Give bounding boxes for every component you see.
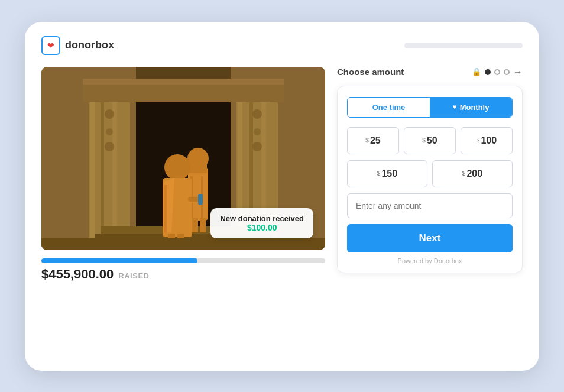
amount-50-button[interactable]: $ 50 [404, 127, 456, 154]
custom-amount-input[interactable] [347, 193, 513, 218]
svg-point-24 [164, 154, 190, 180]
dollar-sign-2: $ [422, 137, 426, 144]
next-button[interactable]: Next [347, 224, 513, 252]
monthly-label: Monthly [460, 103, 490, 112]
arrow-icon: → [513, 67, 523, 77]
amount-grid: $ 25 $ 50 $ 100 [347, 127, 513, 154]
amount-150-button[interactable]: $ 150 [347, 160, 427, 187]
amount-row2: $ 150 $ 200 [347, 160, 513, 187]
step-dot-1 [485, 69, 491, 75]
one-time-button[interactable]: One time [348, 98, 430, 117]
svg-rect-27 [164, 185, 167, 232]
right-side: Choose amount 🔒 → One time ♥ Monthly [337, 67, 523, 273]
dollar-sign-4: $ [377, 170, 381, 177]
left-side: New donation received $100.00 $455,900.0… [41, 67, 325, 282]
donation-card: One time ♥ Monthly $ 25 $ 50 [337, 86, 523, 273]
widget-header: Choose amount 🔒 → [337, 67, 523, 77]
amount-25-value: 25 [370, 135, 381, 146]
svg-point-37 [254, 128, 261, 135]
progress-bar-fill [41, 258, 197, 263]
lock-icon: 🔒 [472, 67, 481, 76]
device-frame: ❤ donorbox [25, 22, 539, 371]
svg-point-34 [106, 128, 113, 135]
svg-rect-23 [200, 218, 206, 232]
progress-section: $455,900.00 RAISED [41, 258, 325, 282]
choose-amount-label: Choose amount [337, 67, 404, 77]
widget-steps: 🔒 → [472, 67, 523, 77]
amount-150-value: 150 [381, 169, 397, 179]
svg-rect-22 [192, 218, 198, 232]
heart-icon: ♥ [453, 103, 457, 111]
svg-rect-5 [101, 80, 104, 245]
dollar-sign-3: $ [477, 137, 480, 144]
svg-rect-19 [189, 164, 207, 173]
svg-rect-12 [83, 79, 284, 85]
svg-point-35 [105, 142, 114, 151]
progress-bar-bg [41, 258, 325, 263]
donation-toast: New donation received $100.00 [210, 208, 313, 238]
campaign-image: New donation received $100.00 [41, 67, 325, 250]
amount-25-button[interactable]: $ 25 [347, 127, 399, 154]
dollar-sign-5: $ [462, 170, 466, 177]
step-dot-2 [494, 69, 500, 75]
amount-200-button[interactable]: $ 200 [432, 160, 513, 187]
logo-heart-icon: ❤ [47, 41, 54, 50]
svg-point-33 [105, 109, 114, 119]
svg-rect-6 [112, 80, 117, 245]
amount-200-value: 200 [466, 169, 482, 179]
dollar-sign-1: $ [365, 137, 369, 144]
step-dot-3 [504, 69, 510, 75]
amount-100-value: 100 [481, 135, 497, 146]
svg-point-38 [252, 142, 262, 151]
monthly-button[interactable]: ♥ Monthly [430, 98, 512, 117]
frequency-toggle: One time ♥ Monthly [347, 97, 513, 118]
progress-amount: $455,900.00 [41, 267, 114, 282]
progress-label: RAISED [118, 271, 149, 280]
donation-toast-amount: $100.00 [220, 223, 304, 232]
header-bar [404, 43, 523, 48]
main-content: New donation received $100.00 $455,900.0… [41, 67, 523, 282]
svg-point-36 [252, 109, 262, 119]
powered-by: Powered by Donorbox [347, 257, 513, 264]
header: ❤ donorbox [41, 36, 523, 55]
amount-100-button[interactable]: $ 100 [461, 127, 513, 154]
progress-text: $455,900.00 RAISED [41, 267, 325, 282]
svg-rect-31 [198, 194, 203, 205]
logo-text: donorbox [65, 39, 114, 51]
svg-rect-3 [89, 79, 130, 250]
svg-rect-32 [41, 238, 325, 250]
donation-toast-title: New donation received [220, 214, 304, 223]
amount-50-value: 50 [427, 135, 437, 146]
logo-box: ❤ [41, 36, 60, 55]
svg-rect-4 [90, 80, 95, 245]
